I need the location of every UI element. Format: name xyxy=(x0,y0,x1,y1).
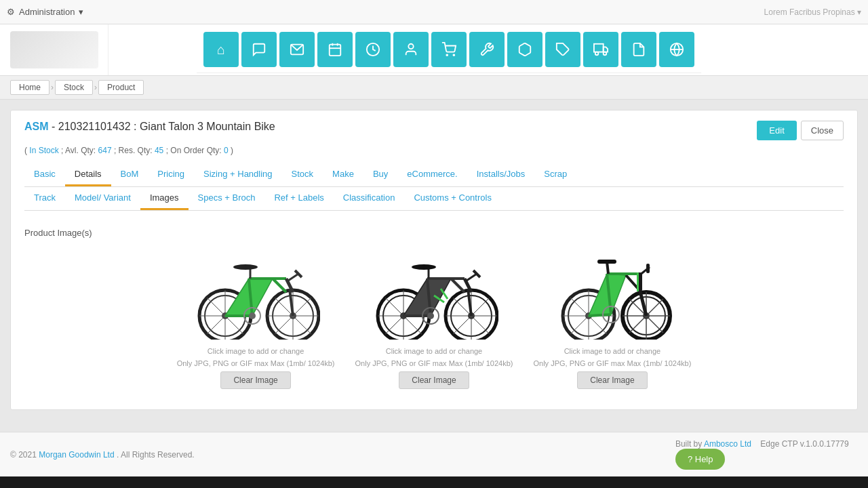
image-slot-3: Click image to add or change Only JPG, P… xyxy=(533,248,691,389)
tab-images[interactable]: Images xyxy=(140,187,189,210)
tab-track[interactable]: Track xyxy=(24,187,65,210)
docs-icon-btn[interactable] xyxy=(621,32,656,67)
admin-dropdown-arrow: ▾ xyxy=(79,7,83,17)
tag-icon-btn[interactable] xyxy=(545,32,580,67)
tab-sizing[interactable]: Sizing + Handling xyxy=(194,163,282,186)
tab-bom[interactable]: BoM xyxy=(111,163,149,186)
chat-icon-btn[interactable] xyxy=(241,32,277,67)
avl-qty-label: Avl. Qty: xyxy=(65,146,96,155)
cart-icon-btn[interactable] xyxy=(431,32,467,67)
product-name-sep: : xyxy=(134,121,140,132)
tab-scrap[interactable]: Scrap xyxy=(534,163,576,186)
tab-details[interactable]: Details xyxy=(65,163,111,186)
action-buttons: Edit Close xyxy=(757,121,844,140)
svg-rect-105 xyxy=(646,264,650,273)
admin-menu[interactable]: ⚙ Administration ▾ xyxy=(7,7,83,17)
on-order-value: 0 xyxy=(224,146,229,155)
image-2-container[interactable] xyxy=(366,248,502,343)
close-button[interactable]: Close xyxy=(801,121,844,140)
svg-line-98 xyxy=(626,275,638,289)
svg-line-42 xyxy=(288,274,298,281)
product-images-label: Product Image(s) xyxy=(24,228,844,238)
primary-tabs: Basic Details BoM Pricing Sizing + Handl… xyxy=(24,163,844,187)
product-title-area: ASM - 210321101432 : Giant Talon 3 Mount… xyxy=(24,121,275,133)
version-text: Edge CTP v.1.0.0.17779 xyxy=(760,439,848,449)
svg-point-76 xyxy=(427,312,434,319)
tab-make[interactable]: Make xyxy=(323,163,363,186)
product-separator: - xyxy=(52,121,58,132)
image-1-hint-line2: Only JPG, PNG or GIF max Max (1mb/ 1024k… xyxy=(177,359,335,367)
mail-icon-btn[interactable] xyxy=(279,32,315,67)
globe-icon-btn[interactable] xyxy=(659,32,694,67)
image-2-hint-line1: Click image to add or change xyxy=(386,347,482,355)
image-3-hint-line1: Click image to add or change xyxy=(564,347,660,355)
main-content: ASM - 210321101432 : Giant Talon 3 Mount… xyxy=(0,100,868,432)
svg-line-69 xyxy=(468,289,471,316)
image-slot-2: Click image to add or change Only JPG, P… xyxy=(355,248,513,389)
clear-image-2-button[interactable]: Clear Image xyxy=(399,371,469,389)
svg-rect-1 xyxy=(330,45,341,56)
image-3-container[interactable] xyxy=(545,248,680,343)
svg-line-97 xyxy=(589,314,611,316)
header-area: ⌂ xyxy=(0,24,868,76)
tab-stock[interactable]: Stock xyxy=(282,163,323,186)
clear-image-3-button[interactable]: Clear Image xyxy=(577,371,647,389)
tab-buy[interactable]: Buy xyxy=(363,163,397,186)
tab-basic[interactable]: Basic xyxy=(24,163,65,186)
secondary-tabs: Track Model/ Variant Images Specs + Broc… xyxy=(24,187,844,211)
edit-button[interactable]: Edit xyxy=(757,121,796,140)
help-button[interactable]: ? Help xyxy=(675,449,726,470)
builder-link[interactable]: Ambosco Ltd xyxy=(704,439,751,449)
top-bar: ⚙ Administration ▾ Lorem Facribus Propin… xyxy=(0,0,868,24)
svg-point-6 xyxy=(408,44,413,49)
user-menu[interactable]: Lorem Facribus Propinas ▾ xyxy=(764,7,861,17)
image-slot-1: Click image to add or change Only JPG, P… xyxy=(177,248,335,389)
copyright: © 2021 xyxy=(10,450,37,460)
svg-point-8 xyxy=(453,54,454,56)
breadcrumb-product[interactable]: Product xyxy=(98,80,144,95)
tab-pricing[interactable]: Pricing xyxy=(148,163,194,186)
home-icon-btn[interactable]: ⌂ xyxy=(203,32,239,67)
clock-icon-btn[interactable] xyxy=(355,32,391,67)
calendar-icon-btn[interactable] xyxy=(317,32,353,67)
res-qty-value: 45 xyxy=(155,146,163,155)
product-code: 210321101432 xyxy=(58,121,131,132)
tab-ref-labels[interactable]: Ref + Labels xyxy=(264,187,333,210)
res-qty-label: Res. Qty: xyxy=(119,146,153,155)
tab-ecommerce[interactable]: eCommerce. xyxy=(397,163,467,186)
footer-right: Built by Ambosco Ltd Edge CTP v.1.0.0.17… xyxy=(675,439,858,470)
image-3-hint-line2: Only JPG, PNG or GIF max Max (1mb/ 1024k… xyxy=(533,359,691,367)
breadcrumb-home[interactable]: Home xyxy=(10,80,50,95)
image-2-hint-line2: Only JPG, PNG or GIF max Max (1mb/ 1024k… xyxy=(355,359,513,367)
svg-rect-107 xyxy=(637,272,639,291)
svg-marker-11 xyxy=(604,47,608,52)
contacts-icon-btn[interactable] xyxy=(393,32,429,67)
product-title: ASM - 210321101432 : Giant Talon 3 Mount… xyxy=(24,121,275,133)
truck-icon-btn[interactable] xyxy=(583,32,618,67)
tab-specs[interactable]: Specs + Broch xyxy=(189,187,265,210)
breadcrumb: Home › Stock › Product xyxy=(0,76,868,100)
image-1-container[interactable] xyxy=(188,248,323,343)
image-1-hint-line1: Click image to add or change xyxy=(208,347,304,355)
bike-image-1 xyxy=(191,251,320,340)
svg-point-71 xyxy=(412,264,436,270)
wrench-icon-btn[interactable] xyxy=(469,32,505,67)
product-images-section: Product Image(s) xyxy=(24,221,844,396)
built-by: Built by xyxy=(675,439,702,449)
tab-installs[interactable]: Installs/Jobs xyxy=(467,163,535,186)
version xyxy=(753,439,758,449)
admin-label: Administration xyxy=(19,7,75,17)
product-header: ASM - 210321101432 : Giant Talon 3 Mount… xyxy=(24,121,844,140)
stock-status: In Stock xyxy=(29,146,58,155)
tab-customs[interactable]: Customs + Controls xyxy=(404,187,501,210)
logo-section xyxy=(0,24,108,75)
tab-model-variant[interactable]: Model/ Variant xyxy=(65,187,140,210)
company-link[interactable]: Morgan Goodwin Ltd xyxy=(39,450,114,460)
product-stock-info: ( In Stock ; Avl. Qty: 647 ; Res. Qty: 4… xyxy=(24,146,844,155)
inventory-icon-btn[interactable] xyxy=(507,32,542,67)
breadcrumb-stock[interactable]: Stock xyxy=(55,80,93,95)
product-card: ASM - 210321101432 : Giant Talon 3 Mount… xyxy=(10,110,858,410)
tab-classification[interactable]: Classification xyxy=(334,187,405,210)
clear-image-1-button[interactable]: Clear Image xyxy=(220,371,290,389)
svg-point-46 xyxy=(249,312,256,319)
